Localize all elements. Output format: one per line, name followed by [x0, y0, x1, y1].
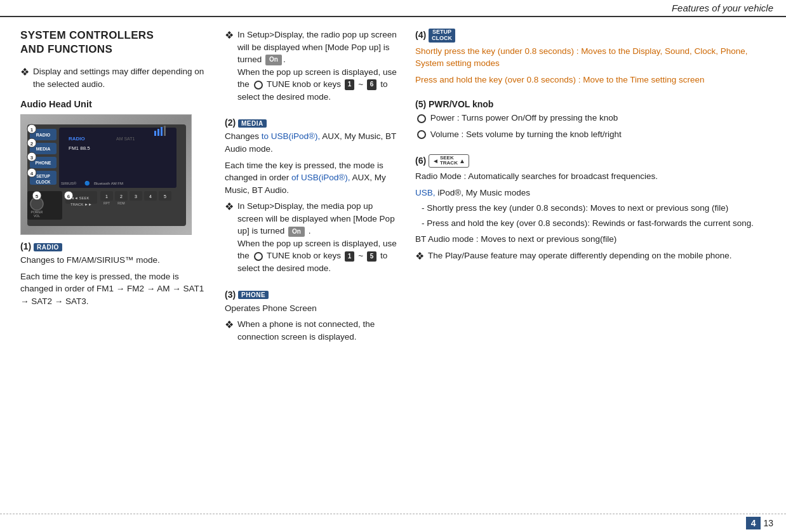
- media-badge: MEDIA: [238, 119, 267, 128]
- bullet-symbol-2: ❖: [225, 28, 234, 43]
- svg-text:◄◄ SEEK: ◄◄ SEEK: [70, 196, 90, 200]
- display-settings-note: ❖ Display and settings may differ depend…: [20, 65, 211, 90]
- setup-clock-badge: SETUP CLOCK: [429, 29, 455, 43]
- svg-text:2: 2: [30, 141, 34, 147]
- svg-text:5: 5: [164, 194, 166, 199]
- item5-heading: (5) PWR/VOL knob: [415, 99, 771, 109]
- volume-knob-icon: [417, 130, 426, 139]
- ipod-music-label: iPod®, My Music modes: [437, 188, 530, 197]
- item4-heading: (4) SETUP CLOCK: [415, 29, 771, 43]
- item6-text3: BT Audio mode : Moves to next or previou…: [415, 233, 771, 246]
- svg-text:3: 3: [30, 155, 34, 161]
- item2-text3: Each time the key is pressed, the mode i…: [225, 159, 400, 197]
- svg-text:SETUP: SETUP: [36, 174, 50, 178]
- page-footer: 4 13: [0, 514, 786, 532]
- audio-head-unit-label: Audio Head Unit: [20, 99, 211, 109]
- page-header: Features of your vehicle: [0, 0, 786, 17]
- on-badge-2: On: [288, 227, 305, 237]
- item1-heading: (1) RADIO: [20, 241, 211, 251]
- svg-text:TRACK ►►: TRACK ►►: [70, 203, 92, 206]
- svg-text:PHONE: PHONE: [36, 161, 51, 165]
- item3-text1: Operates Phone Screen: [225, 302, 400, 315]
- key1-box: 1: [345, 79, 355, 90]
- item6-dash1: Shortly press the key (under 0.8 seconds…: [422, 203, 771, 215]
- right-column: (4) SETUP CLOCK Shortly press the key (u…: [408, 29, 771, 501]
- key6-box: 6: [367, 79, 377, 90]
- phone-badge: PHONE: [238, 291, 269, 299]
- item4-text1: Shortly press the key (under 0.8 seconds…: [415, 45, 771, 70]
- item4-text2: Press and hold the key (over 0.8 seconds…: [415, 74, 771, 86]
- page-num-display: 13: [763, 518, 773, 528]
- media-setup-bullet: ❖ In Setup>Display, the media pop up scr…: [225, 200, 400, 274]
- svg-text:RPT: RPT: [103, 201, 110, 205]
- usb-label: USB,: [415, 188, 436, 197]
- svg-rect-6: [154, 131, 156, 136]
- svg-rect-9: [164, 126, 166, 136]
- item3-bullet1: ❖ When a phone is not connected, the con…: [225, 318, 400, 343]
- item1-text2: Each time the key is pressed, the mode i…: [20, 270, 211, 308]
- svg-text:1: 1: [105, 194, 108, 199]
- svg-text:SIRIUS®: SIRIUS®: [61, 182, 77, 185]
- svg-text:CLOCK: CLOCK: [36, 180, 50, 184]
- setup-display-bullet: ❖ In Setup>Display, the radio pop up scr…: [225, 29, 400, 103]
- svg-text:MEDIA: MEDIA: [36, 147, 51, 151]
- svg-text:Bluetooth  AM  FM: Bluetooth AM FM: [94, 182, 123, 185]
- seek-track-badge: ◄ SEEK TRACK ▲: [429, 154, 469, 168]
- svg-text:FM1 88.5: FM1 88.5: [69, 145, 90, 151]
- svg-text:4: 4: [149, 194, 152, 199]
- radio-badge: RADIO: [34, 243, 62, 251]
- svg-text:5: 5: [36, 194, 39, 199]
- item5-power: Power : Turns power On/Off by pressing t…: [415, 112, 771, 124]
- media-key5-box: 5: [367, 251, 377, 262]
- svg-text:AM  SAT1: AM SAT1: [116, 136, 135, 141]
- middle-column: ❖ In Setup>Display, the radio pop up scr…: [217, 29, 408, 501]
- item2-text1: Changes to USB(iPod®), AUX, My Music, BT…: [225, 130, 400, 155]
- bullet-symbol-4: ❖: [225, 317, 234, 332]
- item3-heading: (3) PHONE: [225, 289, 400, 300]
- on-badge-1: On: [265, 55, 282, 65]
- bullet-symbol-3: ❖: [225, 199, 234, 214]
- item6-heading: (6) ◄ SEEK TRACK ▲: [415, 154, 771, 168]
- svg-text:RDM: RDM: [117, 201, 124, 205]
- svg-text:1: 1: [30, 127, 34, 133]
- svg-text:2: 2: [120, 194, 123, 199]
- item6-text2: USB, iPod®, My Music modes: [415, 187, 771, 199]
- page-section-num: 4: [746, 517, 761, 529]
- left-column: SYSTEM CONTROLLERS AND FUNCTIONS ❖ Displ…: [20, 29, 217, 501]
- section-title: SYSTEM CONTROLLERS AND FUNCTIONS: [20, 29, 211, 57]
- svg-rect-7: [157, 129, 159, 136]
- tune-knob-circle-2: [254, 252, 263, 261]
- page-title: Features of your vehicle: [672, 3, 773, 13]
- main-content: SYSTEM CONTROLLERS AND FUNCTIONS ❖ Displ…: [0, 17, 786, 509]
- car-panel-image: RADIO FM1 88.5 AM SAT1 SIRIUS® 🔵 Bluetoo…: [20, 114, 192, 235]
- svg-text:3: 3: [135, 194, 137, 199]
- tune-knob-circle: [254, 81, 263, 90]
- item6-dash2: Press and hold the key (over 0.8 seconds…: [422, 218, 771, 230]
- item6-text1: Radio Mode : Automatically searches for …: [415, 170, 771, 183]
- bullet-symbol: ❖: [20, 65, 29, 79]
- item5-volume: Volume : Sets volume by turning the knob…: [415, 128, 771, 141]
- item2-heading: (2) MEDIA: [225, 117, 400, 128]
- item6-list: Shortly press the key (under 0.8 seconds…: [415, 203, 771, 230]
- svg-text:4: 4: [30, 171, 34, 176]
- svg-text:6: 6: [67, 194, 70, 199]
- item6-bullet: ❖ The Play/Pause feature may operate dif…: [415, 249, 771, 263]
- bullet-symbol-5: ❖: [415, 249, 424, 263]
- svg-text:RADIO: RADIO: [36, 133, 51, 137]
- media-key1-box: 1: [345, 251, 355, 262]
- svg-rect-8: [161, 127, 163, 136]
- svg-text:RADIO: RADIO: [69, 136, 85, 142]
- car-panel-svg: RADIO FM1 88.5 AM SAT1 SIRIUS® 🔵 Bluetoo…: [21, 115, 192, 235]
- svg-text:🔵: 🔵: [84, 180, 90, 186]
- item1-text1: Changes to FM/AM/SIRIUS™ mode.: [20, 254, 211, 267]
- svg-text:VOL: VOL: [34, 214, 40, 218]
- page-number: 4 13: [746, 517, 773, 529]
- power-knob-icon: [417, 114, 426, 123]
